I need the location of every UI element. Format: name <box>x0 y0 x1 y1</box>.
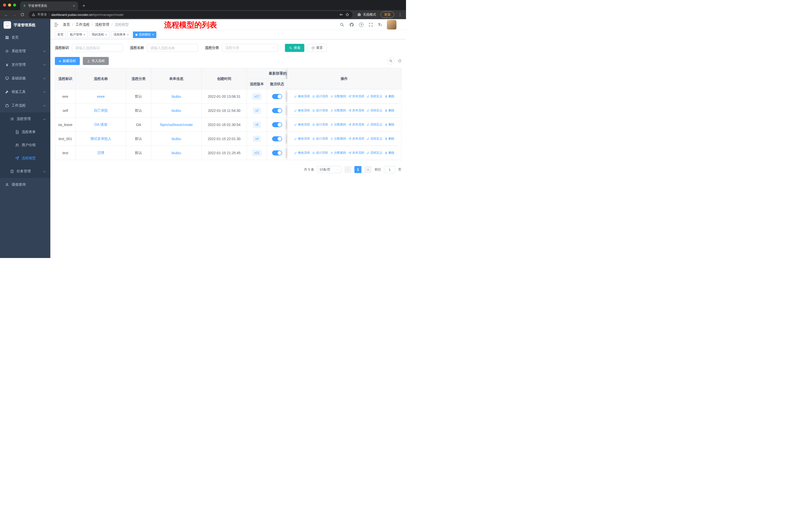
tag-my-process[interactable]: 我的流程× <box>89 31 110 38</box>
tag-close-icon[interactable]: × <box>152 33 154 36</box>
sidebar-item-leave-query[interactable]: 请假查询 <box>0 178 50 191</box>
form-info-link[interactable]: biubiu <box>172 109 181 113</box>
tag-close-icon[interactable]: × <box>105 33 107 36</box>
breadcrumb-process-mgmt[interactable]: 流程管理 <box>95 22 109 27</box>
tag-process-model[interactable]: 流程模型× <box>133 31 156 38</box>
process-name-link[interactable]: OA 请假 <box>94 123 107 127</box>
browser-update-button[interactable]: 更新 <box>381 11 394 18</box>
new-tab-button[interactable]: + <box>81 2 87 9</box>
sidebar-item-payment[interactable]: ¥ 支付管理 <box>0 58 50 72</box>
address-bar[interactable]: 不安全 dashboard.yudao.iocoder.cn/bpm/manag… <box>29 11 352 18</box>
toggle-search-button[interactable] <box>387 57 395 64</box>
sidebar-item-dev-tools[interactable]: 研发工具 <box>0 85 50 99</box>
action-assign-rule-link[interactable]: 分配规则 <box>330 123 346 127</box>
tag-close-icon[interactable]: × <box>127 33 129 36</box>
action-design-link[interactable]: 设计流程 <box>312 137 328 141</box>
action-design-link[interactable]: 设计流程 <box>312 151 328 155</box>
help-icon[interactable]: ? <box>359 22 364 27</box>
action-delete-link[interactable]: 删除 <box>385 151 395 155</box>
sidebar-item-workflow[interactable]: 工作流程 <box>0 99 50 112</box>
active-toggle[interactable] <box>272 94 282 99</box>
action-modify-link[interactable]: 修改流程 <box>294 151 310 155</box>
bookmark-star-icon[interactable] <box>345 12 349 17</box>
sidebar-item-infra[interactable]: 基础设施 <box>0 72 50 85</box>
action-delete-link[interactable]: 删除 <box>385 123 395 127</box>
zoom-window-button[interactable] <box>13 3 16 6</box>
forward-button[interactable]: → <box>11 11 18 18</box>
action-delete-link[interactable]: 删除 <box>385 108 395 113</box>
page-number-button[interactable]: 1 <box>354 166 361 173</box>
action-modify-link[interactable]: 修改流程 <box>294 123 310 127</box>
sidebar-item-system[interactable]: 系统管理 <box>0 44 50 58</box>
action-definition-link[interactable]: 流程定义 <box>367 123 382 127</box>
font-size-icon[interactable]: TT <box>378 22 382 27</box>
action-design-link[interactable]: 设计流程 <box>312 94 328 99</box>
search-icon[interactable] <box>340 22 344 27</box>
action-publish-link[interactable]: 发布流程 <box>348 108 364 113</box>
process-category-select[interactable]: 流程分类 <box>222 44 278 52</box>
tag-home[interactable]: 首页 <box>55 31 66 38</box>
browser-tab[interactable]: 芋道管理系统 × <box>20 1 78 10</box>
close-window-button[interactable] <box>3 3 6 6</box>
search-button[interactable]: 搜索 <box>285 44 304 52</box>
action-modify-link[interactable]: 修改流程 <box>294 108 310 113</box>
process-name-link[interactable]: 自己审批 <box>94 108 108 112</box>
sidebar-item-process-model[interactable]: 流程模型 <box>0 152 50 165</box>
process-name-link[interactable]: 测试多审批人 <box>90 137 112 141</box>
back-button[interactable]: ← <box>3 11 9 18</box>
browser-menu-icon[interactable]: ⋮ <box>397 12 403 17</box>
action-publish-link[interactable]: 发布流程 <box>348 137 364 141</box>
action-publish-link[interactable]: 发布流程 <box>348 123 364 127</box>
action-definition-link[interactable]: 流程定义 <box>367 94 382 99</box>
active-toggle[interactable] <box>272 108 282 113</box>
action-design-link[interactable]: 设计流程 <box>312 108 328 113</box>
action-definition-link[interactable]: 流程定义 <box>367 108 382 113</box>
goto-page-input[interactable] <box>384 166 395 173</box>
user-avatar[interactable] <box>387 20 397 29</box>
action-delete-link[interactable]: 删除 <box>385 137 395 141</box>
page-size-select[interactable]: 10条/页 <box>317 166 341 173</box>
action-definition-link[interactable]: 流程定义 <box>367 151 382 155</box>
tag-tenant-mgmt[interactable]: 租户管理× <box>67 31 88 38</box>
sidebar-item-task-mgmt[interactable]: 任务管理 <box>0 165 50 178</box>
form-info-link[interactable]: /bpm/oa/leave/create <box>160 123 193 127</box>
reset-button[interactable]: 重置 <box>307 44 327 52</box>
form-info-link[interactable]: biubiu <box>172 151 181 155</box>
process-id-input[interactable] <box>72 44 123 52</box>
breadcrumb-workflow[interactable]: 工作流程 <box>76 22 90 27</box>
refresh-table-icon[interactable] <box>398 59 402 63</box>
action-publish-link[interactable]: 发布流程 <box>348 94 364 99</box>
sidebar-item-process-form[interactable]: 流程表单 <box>0 126 50 139</box>
password-key-icon[interactable] <box>339 12 343 17</box>
fullscreen-icon[interactable] <box>369 22 373 27</box>
process-name-link[interactable]: 滔博 <box>97 151 105 155</box>
sidebar-item-home[interactable]: 首页 <box>0 31 50 44</box>
active-toggle[interactable] <box>272 136 282 141</box>
tag-close-icon[interactable]: × <box>83 33 85 36</box>
active-toggle[interactable] <box>272 122 282 127</box>
action-assign-rule-link[interactable]: 分配规则 <box>330 94 346 99</box>
breadcrumb-home[interactable]: 首页 <box>63 22 70 27</box>
action-assign-rule-link[interactable]: 分配规则 <box>330 151 346 155</box>
sidebar-item-process-mgmt[interactable]: 流程管理 <box>0 112 50 126</box>
process-name-link[interactable]: eeee <box>97 94 105 99</box>
active-toggle[interactable] <box>272 151 282 156</box>
create-process-button[interactable]: + 新建流程 <box>55 57 80 65</box>
action-modify-link[interactable]: 修改流程 <box>294 94 310 99</box>
form-info-link[interactable]: biubiu <box>172 94 181 99</box>
form-info-link[interactable]: biubiu <box>172 137 181 141</box>
minimize-window-button[interactable] <box>8 3 11 6</box>
tag-process-form[interactable]: 流程表单× <box>111 31 132 38</box>
action-delete-link[interactable]: 删除 <box>385 94 395 99</box>
process-name-input[interactable] <box>147 44 198 52</box>
action-modify-link[interactable]: 修改流程 <box>294 137 310 141</box>
action-definition-link[interactable]: 流程定义 <box>367 137 382 141</box>
next-page-button[interactable]: › <box>365 166 372 173</box>
import-process-button[interactable]: 导入流程 <box>83 57 109 65</box>
action-assign-rule-link[interactable]: 分配规则 <box>330 108 346 113</box>
prev-page-button[interactable]: ‹ <box>344 166 351 173</box>
action-design-link[interactable]: 设计流程 <box>312 123 328 127</box>
reload-button[interactable] <box>19 11 26 18</box>
sidebar-collapse-icon[interactable] <box>54 22 59 27</box>
github-icon[interactable] <box>349 22 354 27</box>
